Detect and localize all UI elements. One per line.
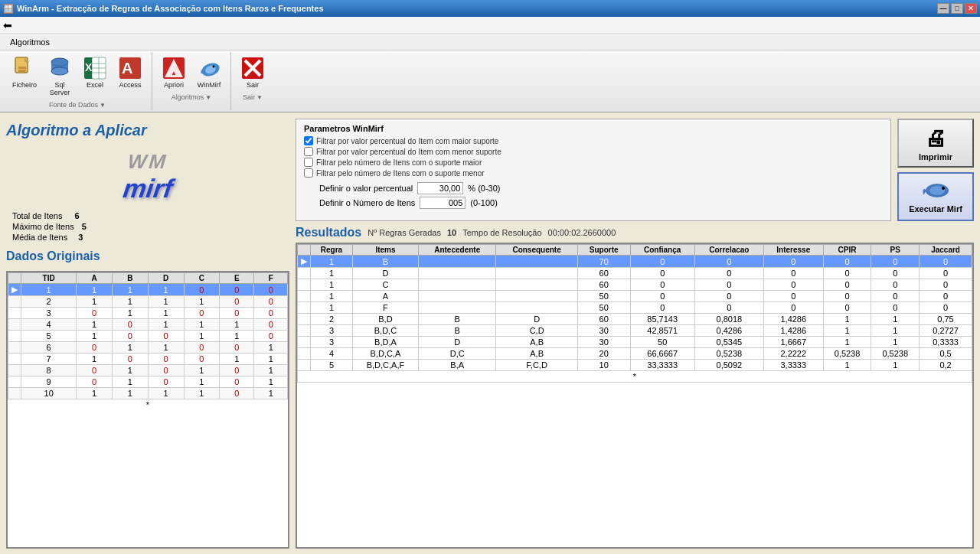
cell-value[interactable]: 0	[220, 365, 254, 376]
results-cell-cons[interactable]: A,B	[496, 337, 577, 348]
cell-value[interactable]: 1	[113, 388, 149, 399]
results-cell-cpir[interactable]: 1	[823, 337, 871, 348]
col-header-c[interactable]: C	[184, 273, 220, 284]
results-cell-confianca[interactable]: 0	[630, 291, 694, 302]
results-cell-suporte[interactable]: 30	[577, 337, 630, 348]
maximize-button[interactable]: □	[951, 3, 963, 14]
cell-tid[interactable]: 6	[21, 342, 77, 354]
cell-value[interactable]: 0	[148, 354, 184, 365]
cell-value[interactable]: 1	[254, 376, 288, 388]
results-cell-ps[interactable]: 0,5238	[871, 348, 920, 360]
results-cell-regra[interactable]: 1	[311, 268, 353, 279]
col-header-d[interactable]: D	[148, 273, 184, 284]
cell-value[interactable]: 1	[77, 354, 113, 365]
col-header-tid[interactable]: TID	[21, 273, 77, 284]
cell-value[interactable]: 1	[184, 296, 220, 308]
results-cell-jacc[interactable]: 0,2727	[920, 325, 972, 337]
cell-tid[interactable]: 7	[21, 354, 77, 365]
results-cell-ps[interactable]: 0	[871, 268, 920, 279]
cell-value[interactable]: 1	[220, 331, 254, 342]
cell-value[interactable]: 0	[220, 376, 254, 388]
executar-mirf-button[interactable]: Executar Mirf	[897, 172, 974, 221]
results-cell-inter[interactable]: 1,6667	[763, 337, 823, 348]
cell-value[interactable]: 0	[148, 365, 184, 376]
results-cell-items[interactable]: B,D	[352, 314, 418, 325]
results-cell-ps[interactable]: 1	[871, 337, 920, 348]
param-checkbox-3[interactable]	[304, 168, 313, 178]
cell-value[interactable]: 1	[113, 342, 149, 354]
results-cell-inter[interactable]: 1,4286	[763, 314, 823, 325]
results-cell-ante[interactable]	[418, 291, 495, 302]
toolbar-btn-apriori[interactable]: ▲ Apriori	[157, 54, 191, 91]
results-cell-inter[interactable]: 0	[763, 291, 823, 302]
imprimir-button[interactable]: 🖨 Imprimir	[897, 119, 974, 168]
cell-value[interactable]: 1	[148, 296, 184, 308]
results-cell-items[interactable]: B	[352, 256, 418, 268]
results-cell-suporte[interactable]: 20	[577, 348, 630, 360]
results-cell-ante[interactable]: D	[418, 337, 495, 348]
cell-tid[interactable]: 4	[21, 319, 77, 331]
cell-value[interactable]: 0	[220, 308, 254, 319]
results-col-cpir[interactable]: CPIR	[823, 245, 871, 256]
cell-tid[interactable]: 1	[21, 284, 77, 296]
results-cell-suporte[interactable]: 60	[577, 314, 630, 325]
results-cell-ps[interactable]: 1	[871, 325, 920, 337]
results-cell-regra[interactable]: 3	[311, 337, 353, 348]
param-checkbox-1[interactable]	[304, 147, 313, 156]
toolbar-btn-winmirf[interactable]: WinMirf	[192, 54, 226, 91]
results-col-regra[interactable]: Regra	[311, 245, 353, 256]
results-cell-suporte[interactable]: 10	[577, 360, 630, 371]
results-cell-regra[interactable]: 3	[311, 325, 353, 337]
cell-value[interactable]: 1	[254, 365, 288, 376]
results-cell-regra[interactable]: 5	[311, 360, 353, 371]
cell-value[interactable]: 0	[220, 284, 254, 296]
cell-value[interactable]: 1	[148, 342, 184, 354]
cell-tid[interactable]: 9	[21, 376, 77, 388]
results-cell-jacc[interactable]: 0,75	[920, 314, 972, 325]
results-cell-corr[interactable]: 0,5238	[694, 348, 763, 360]
results-cell-confianca[interactable]: 85,7143	[630, 314, 694, 325]
cell-value[interactable]: 1	[254, 342, 288, 354]
close-button[interactable]: ✕	[965, 3, 977, 14]
cell-value[interactable]: 0	[77, 365, 113, 376]
results-cell-confianca[interactable]: 50	[630, 337, 694, 348]
menu-algoritmos[interactable]: Algoritmos	[3, 35, 57, 49]
results-cell-ps[interactable]: 0	[871, 256, 920, 268]
results-cell-confianca[interactable]: 33,3333	[630, 360, 694, 371]
results-col-ps[interactable]: PS	[871, 245, 920, 256]
toolbar-btn-access[interactable]: A Access	[113, 54, 147, 99]
cell-value[interactable]: 1	[77, 284, 113, 296]
results-cell-inter[interactable]: 0	[763, 302, 823, 314]
results-cell-regra[interactable]: 4	[311, 348, 353, 360]
results-cell-cpir[interactable]: 0	[823, 291, 871, 302]
results-cell-cons[interactable]: C,D	[496, 325, 577, 337]
results-cell-corr[interactable]: 0,5092	[694, 360, 763, 371]
cell-value[interactable]: 0	[148, 331, 184, 342]
results-cell-corr[interactable]: 0,5345	[694, 337, 763, 348]
cell-value[interactable]: 1	[77, 331, 113, 342]
param-checkbox-0[interactable]	[304, 136, 313, 145]
cell-tid[interactable]: 2	[21, 296, 77, 308]
cell-value[interactable]: 1	[220, 319, 254, 331]
results-cell-confianca[interactable]: 66,6667	[630, 348, 694, 360]
results-cell-jacc[interactable]: 0,2	[920, 360, 972, 371]
results-cell-confianca[interactable]: 42,8571	[630, 325, 694, 337]
results-cell-ps[interactable]: 1	[871, 360, 920, 371]
results-cell-regra[interactable]: 1	[311, 279, 353, 291]
results-cell-corr[interactable]: 0,4286	[694, 325, 763, 337]
results-cell-items[interactable]: B,D,C	[352, 325, 418, 337]
results-cell-corr[interactable]: 0,8018	[694, 314, 763, 325]
results-col-antecedente[interactable]: Antecedente	[418, 245, 495, 256]
results-col-suporte[interactable]: Suporte	[577, 245, 630, 256]
toolbar-btn-excel[interactable]: X Excel	[78, 54, 112, 99]
cell-value[interactable]: 1	[113, 308, 149, 319]
results-cell-suporte[interactable]: 60	[577, 268, 630, 279]
results-cell-items[interactable]: B,D,A	[352, 337, 418, 348]
cell-value[interactable]: 0	[254, 308, 288, 319]
cell-value[interactable]: 1	[184, 319, 220, 331]
results-cell-ps[interactable]: 0	[871, 291, 920, 302]
cell-value[interactable]: 0	[77, 342, 113, 354]
results-cell-items[interactable]: C	[352, 279, 418, 291]
results-cell-items[interactable]: F	[352, 302, 418, 314]
results-cell-inter[interactable]: 1,4286	[763, 325, 823, 337]
